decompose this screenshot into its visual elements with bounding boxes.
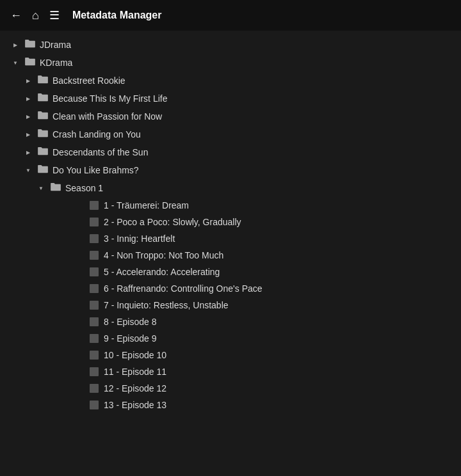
page-title: Metadata Manager xyxy=(72,10,162,21)
file-tree: JDrama KDrama Backstreet Rookie Because … xyxy=(0,31,461,418)
folder-icon-do-you-like-brahms xyxy=(37,164,49,176)
tree-item-ep7[interactable]: 7 - Inquieto: Restless, Unstable xyxy=(0,297,461,313)
item-label-do-you-like-brahms: Do You Like Brahms? xyxy=(53,165,139,175)
folder-icon-kdrama xyxy=(24,57,36,68)
tree-item-ep10[interactable]: 10 - Episode 10 xyxy=(0,347,461,363)
file-icon-ep4 xyxy=(90,251,99,260)
folder-icon-clean-with-passion-for-now xyxy=(37,111,49,122)
folder-icon-because-this-is-my-first-life xyxy=(37,93,49,104)
tree-item-ep9[interactable]: 9 - Episode 9 xyxy=(0,330,461,347)
item-label-ep12: 12 - Episode 12 xyxy=(104,383,166,393)
item-label-crash-landing-on-you: Crash Landing on You xyxy=(53,129,141,139)
tree-item-clean-with-passion-for-now[interactable]: Clean with Passion for Now xyxy=(0,107,461,125)
folder-icon-descendants-of-the-sun xyxy=(37,147,49,158)
item-label-ep5: 5 - Accelerando: Accelerating xyxy=(104,267,220,277)
tree-item-because-this-is-my-first-life[interactable]: Because This Is My First Life xyxy=(0,90,461,107)
item-label-ep13: 13 - Episode 13 xyxy=(104,400,166,410)
item-label-season-1: Season 1 xyxy=(65,183,103,193)
tree-item-ep3[interactable]: 3 - Innig: Heartfelt xyxy=(0,230,461,247)
folder-icon-season-1 xyxy=(50,182,61,194)
app-header: ← ⌂ ☰ Metadata Manager xyxy=(0,0,461,31)
item-label-ep3: 3 - Innig: Heartfelt xyxy=(104,234,175,244)
item-label-ep1: 1 - Träumerei: Dream xyxy=(104,200,189,210)
item-label-ep10: 10 - Episode 10 xyxy=(104,350,166,360)
file-icon-ep7 xyxy=(90,301,99,310)
chevron-icon-clean-with-passion-for-now[interactable] xyxy=(23,111,33,122)
chevron-icon-season-1[interactable] xyxy=(36,183,46,193)
file-icon-ep1 xyxy=(90,201,99,210)
tree-item-descendants-of-the-sun[interactable]: Descendants of the Sun xyxy=(0,143,461,161)
chevron-icon-jdrama[interactable] xyxy=(10,40,20,50)
back-button[interactable]: ← xyxy=(10,9,22,22)
tree-item-crash-landing-on-you[interactable]: Crash Landing on You xyxy=(0,125,461,143)
tree-item-ep12[interactable]: 12 - Episode 12 xyxy=(0,380,461,397)
menu-button[interactable]: ☰ xyxy=(49,8,60,22)
item-label-clean-with-passion-for-now: Clean with Passion for Now xyxy=(53,111,162,122)
folder-icon-crash-landing-on-you xyxy=(37,129,49,140)
item-label-ep2: 2 - Poco a Poco: Slowly, Gradually xyxy=(104,217,241,227)
file-icon-ep8 xyxy=(90,317,99,326)
tree-item-ep1[interactable]: 1 - Träumerei: Dream xyxy=(0,197,461,214)
file-icon-ep2 xyxy=(90,218,99,226)
chevron-icon-do-you-like-brahms[interactable] xyxy=(23,165,33,175)
tree-item-ep2[interactable]: 2 - Poco a Poco: Slowly, Gradually xyxy=(0,214,461,230)
tree-item-do-you-like-brahms[interactable]: Do You Like Brahms? xyxy=(0,161,461,179)
tree-item-backstreet-rookie[interactable]: Backstreet Rookie xyxy=(0,72,461,90)
item-label-jdrama: JDrama xyxy=(40,40,71,50)
item-label-because-this-is-my-first-life: Because This Is My First Life xyxy=(53,93,167,104)
folder-icon-jdrama xyxy=(24,39,36,51)
file-icon-ep13 xyxy=(90,401,99,409)
item-label-backstreet-rookie: Backstreet Rookie xyxy=(53,75,125,86)
item-label-descendants-of-the-sun: Descendants of the Sun xyxy=(53,147,148,157)
chevron-icon-descendants-of-the-sun[interactable] xyxy=(23,147,33,157)
chevron-icon-kdrama[interactable] xyxy=(10,58,20,68)
tree-item-ep8[interactable]: 8 - Episode 8 xyxy=(0,313,461,330)
file-icon-ep10 xyxy=(90,351,99,360)
tree-item-kdrama[interactable]: KDrama xyxy=(0,54,461,72)
file-icon-ep12 xyxy=(90,384,99,393)
item-label-ep7: 7 - Inquieto: Restless, Unstable xyxy=(104,300,229,310)
tree-item-ep6[interactable]: 6 - Raffrenando: Controlling One's Pace xyxy=(0,280,461,297)
chevron-icon-crash-landing-on-you[interactable] xyxy=(23,129,33,139)
chevron-icon-because-this-is-my-first-life[interactable] xyxy=(23,93,33,104)
tree-item-season-1[interactable]: Season 1 xyxy=(0,179,461,197)
item-label-ep11: 11 - Episode 11 xyxy=(104,367,166,377)
file-icon-ep5 xyxy=(90,267,99,276)
tree-item-ep11[interactable]: 11 - Episode 11 xyxy=(0,363,461,380)
folder-icon-backstreet-rookie xyxy=(37,75,49,86)
item-label-ep4: 4 - Non Troppo: Not Too Much xyxy=(104,250,223,260)
chevron-icon-backstreet-rookie[interactable] xyxy=(23,75,33,86)
file-icon-ep6 xyxy=(90,284,99,293)
tree-item-jdrama[interactable]: JDrama xyxy=(0,36,461,54)
tree-item-ep4[interactable]: 4 - Non Troppo: Not Too Much xyxy=(0,247,461,264)
home-button[interactable]: ⌂ xyxy=(32,9,39,22)
file-icon-ep11 xyxy=(90,367,99,376)
item-label-ep8: 8 - Episode 8 xyxy=(104,317,157,327)
file-icon-ep9 xyxy=(90,334,99,343)
file-icon-ep3 xyxy=(90,234,99,243)
item-label-kdrama: KDrama xyxy=(40,58,72,68)
item-label-ep6: 6 - Raffrenando: Controlling One's Pace xyxy=(104,283,263,294)
item-label-ep9: 9 - Episode 9 xyxy=(104,333,157,344)
tree-item-ep5[interactable]: 5 - Accelerando: Accelerating xyxy=(0,264,461,280)
tree-item-ep13[interactable]: 13 - Episode 13 xyxy=(0,397,461,413)
